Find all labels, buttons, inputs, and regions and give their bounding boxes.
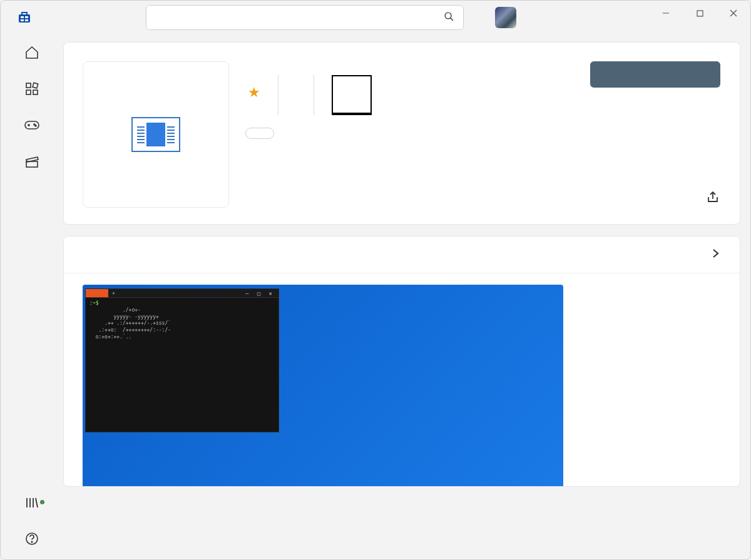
svg-point-26 [31, 541, 33, 542]
svg-rect-4 [25, 19, 28, 21]
stat-rating: ★ [245, 75, 278, 115]
screenshots-card: +— ▢ ✕ :~$ ./+o+- yyyyy- -yyyyyy+ .++ .:… [63, 236, 740, 487]
maximize-button[interactable] [683, 1, 717, 26]
search-input[interactable] [155, 11, 444, 24]
library-icon [24, 494, 39, 511]
app-stats: ★ [245, 75, 573, 115]
search-icon[interactable] [444, 11, 454, 24]
movies-icon [24, 153, 40, 170]
svg-rect-0 [19, 14, 30, 23]
app-tile [83, 61, 229, 208]
category-tag[interactable] [245, 128, 274, 139]
store-app-icon [16, 9, 33, 26]
screenshot-1[interactable]: +— ▢ ✕ :~$ ./+o+- yyyyy- -yyyyyy+ .++ .:… [83, 285, 563, 486]
svg-rect-8 [697, 11, 703, 16]
screenshots-header[interactable] [64, 237, 740, 273]
app-main-info: ★ [245, 61, 573, 208]
chevron-right-icon[interactable] [710, 248, 721, 262]
svg-rect-12 [33, 83, 38, 88]
home-icon [24, 44, 39, 61]
svg-rect-15 [25, 121, 39, 129]
nav-help[interactable] [8, 531, 56, 551]
screenshots-row[interactable]: +— ▢ ✕ :~$ ./+o+- yyyyy- -yyyyyy+ .++ .:… [64, 273, 740, 486]
svg-rect-11 [26, 83, 31, 88]
svg-rect-14 [33, 90, 38, 94]
nav-gaming[interactable] [8, 117, 56, 137]
nav-library[interactable] [8, 494, 56, 514]
get-button[interactable] [590, 61, 720, 88]
gaming-icon [24, 117, 40, 133]
user-avatar[interactable] [495, 7, 516, 28]
svg-point-5 [445, 13, 451, 19]
help-icon [24, 531, 39, 547]
svg-line-6 [451, 18, 453, 20]
update-indicator-icon [40, 500, 44, 504]
terminal-tab [86, 289, 108, 297]
nav-movies[interactable] [8, 153, 56, 173]
nav-apps[interactable] [8, 81, 56, 101]
close-button[interactable] [717, 1, 750, 26]
search-box[interactable] [146, 5, 464, 30]
svg-rect-13 [26, 90, 31, 94]
share-button[interactable] [706, 190, 720, 206]
svg-point-18 [34, 124, 35, 125]
svg-line-24 [36, 498, 38, 507]
titlebar [1, 1, 750, 34]
sidebar [1, 34, 63, 559]
apps-icon [24, 81, 39, 97]
svg-rect-3 [21, 19, 24, 21]
stat-age-rating [314, 75, 398, 115]
svg-rect-1 [21, 16, 24, 18]
app-hero-card: ★ [63, 42, 740, 225]
app-action-panel [590, 61, 721, 208]
minimize-button[interactable] [649, 1, 683, 26]
esrb-badge-icon [332, 75, 372, 115]
nav-home[interactable] [8, 44, 56, 64]
window-controls [649, 1, 750, 26]
svg-point-19 [35, 125, 36, 126]
app-tile-icon [131, 117, 180, 152]
stat-ratings-count [278, 75, 314, 115]
svg-rect-2 [25, 16, 28, 18]
content-scroll[interactable]: ★ [63, 42, 745, 559]
esrb-badge-label [333, 113, 370, 114]
star-icon: ★ [248, 84, 260, 101]
